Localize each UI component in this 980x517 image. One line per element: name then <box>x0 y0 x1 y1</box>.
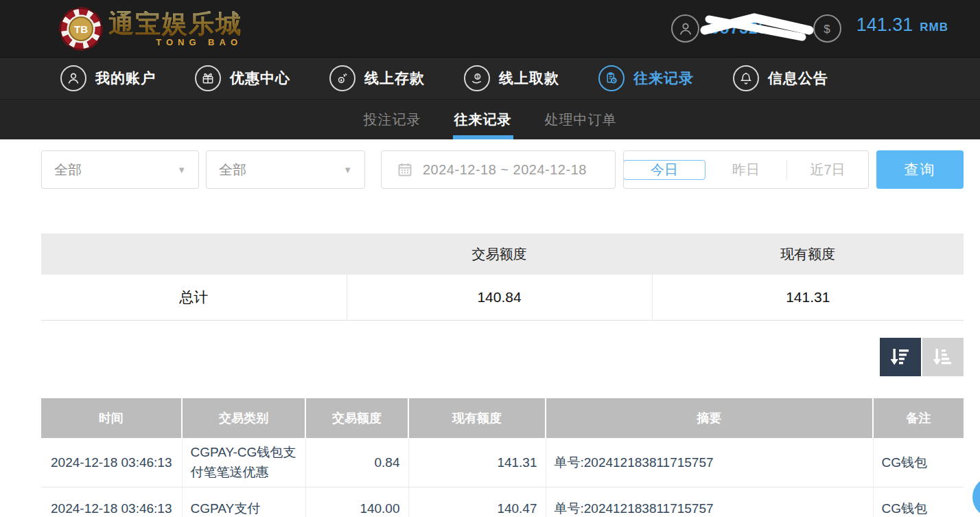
sort-descending-button[interactable] <box>880 338 921 376</box>
cell-current-balance: 140.47 <box>408 487 546 517</box>
tab-processing-orders[interactable]: 处理中订单 <box>528 100 633 139</box>
date-range-picker[interactable]: 2024-12-18 ~ 2024-12-18 <box>381 150 616 189</box>
summary-current-balance: 141.31 <box>652 275 964 320</box>
svg-text:TB: TB <box>74 23 88 35</box>
summary-table: 交易额度 现有额度 总计 140.84 141.31 <box>41 233 964 321</box>
yesterday-button[interactable]: 昨日 <box>705 161 787 179</box>
user-icon <box>671 14 699 43</box>
quick-date-button-group: 今日 昨日 近7日 <box>623 150 869 189</box>
dollar-coin-icon: $ <box>813 14 841 43</box>
col-header-remark: 备注 <box>873 398 964 438</box>
nav-item-announcements[interactable]: 信息公告 <box>733 65 828 91</box>
cell-summary: 单号:202412183811715757 <box>546 438 873 487</box>
cell-remark: CG钱包 <box>873 438 964 487</box>
sort-descending-icon <box>889 345 912 369</box>
col-header-time: 时间 <box>41 398 182 438</box>
cell-current-balance: 141.31 <box>408 438 546 487</box>
poker-chip-logo-icon: TB <box>59 7 103 51</box>
top-right-area: bo7325 $ 141.31 RMB <box>671 14 948 43</box>
summary-transaction-amount: 140.84 <box>347 275 652 320</box>
summary-header-empty <box>41 233 347 275</box>
nav-item-withdraw[interactable]: $ 线上取款 <box>464 65 559 91</box>
svg-text:$: $ <box>824 23 830 36</box>
nav-item-my-account[interactable]: 我的账户 <box>60 65 156 91</box>
gift-icon <box>195 65 221 91</box>
main-nav: 我的账户 优惠中心 线上存款 <box>0 57 980 100</box>
balance-currency: RMB <box>920 21 948 34</box>
caret-down-icon: ▼ <box>343 165 352 175</box>
cell-time: 2024-12-18 03:46:13 <box>41 438 182 487</box>
caret-down-icon: ▼ <box>177 165 186 175</box>
svg-text:$: $ <box>476 74 479 79</box>
cell-summary: 单号:202412183811715757 <box>546 487 873 517</box>
withdraw-hand-coin-icon: $ <box>464 65 490 91</box>
nav-item-promotions[interactable]: 优惠中心 <box>195 65 290 91</box>
summary-header-current-balance: 现有额度 <box>652 233 964 275</box>
balance[interactable]: $ 141.31 RMB <box>813 14 948 43</box>
site-logo[interactable]: TB 通宝娱乐城 TONG BAO <box>59 7 242 51</box>
summary-total-label: 总计 <box>41 275 347 320</box>
last-7-days-button[interactable]: 近7日 <box>787 161 868 179</box>
category-select-dropdown[interactable]: 全部 ▼ <box>206 150 365 189</box>
site-title: 通宝娱乐城 <box>108 11 242 36</box>
cell-time: 2024-12-18 03:46:13 <box>41 487 182 517</box>
top-bar: TB 通宝娱乐城 TONG BAO bo7325 <box>0 0 980 57</box>
col-header-transaction-amount: 交易额度 <box>305 398 408 438</box>
sort-ascending-button[interactable] <box>922 338 964 376</box>
cell-transaction-amount: 140.00 <box>305 487 408 517</box>
records-table: 时间 交易类别 交易额度 现有额度 摘要 备注 2024-12-18 03:46… <box>41 398 964 517</box>
nav-item-records[interactable]: 往来记录 <box>598 65 694 91</box>
customer-service-floating-button[interactable] <box>972 476 980 517</box>
calendar-icon <box>397 161 413 178</box>
account-user-icon <box>60 65 86 91</box>
col-header-summary: 摘要 <box>546 398 873 438</box>
col-header-transaction-type: 交易类别 <box>182 398 305 438</box>
user-account[interactable]: bo7325 <box>671 14 767 43</box>
tab-transaction-records[interactable]: 往来记录 <box>438 100 528 139</box>
summary-total-row: 总计 140.84 141.31 <box>41 275 964 320</box>
summary-header-row: 交易额度 现有额度 <box>41 233 964 275</box>
today-button[interactable]: 今日 <box>623 160 705 180</box>
search-button[interactable]: 查询 <box>876 150 964 189</box>
table-row: 2024-12-18 03:46:13 CGPAY-CG钱包支付笔笔送优惠 0.… <box>41 438 964 487</box>
cell-remark: CG钱包 <box>873 487 964 517</box>
balance-amount: 141.31 <box>856 14 913 36</box>
nav-item-deposit[interactable]: 线上存款 <box>329 65 425 91</box>
cell-transaction-type: CGPAY支付 <box>182 487 305 517</box>
records-header-row: 时间 交易类别 交易额度 现有额度 摘要 备注 <box>41 398 964 438</box>
site-subtitle: TONG BAO <box>108 38 242 47</box>
transaction-records-page: TB 通宝娱乐城 TONG BAO bo7325 <box>0 0 980 517</box>
record-subtabs: 投注记录 往来记录 处理中订单 <box>0 100 980 139</box>
cell-transaction-type: CGPAY-CG钱包支付笔笔送优惠 <box>182 438 305 487</box>
type-select-dropdown[interactable]: 全部 ▼ <box>41 150 199 189</box>
summary-header-transaction-amount: 交易额度 <box>347 233 652 275</box>
deposit-hand-coin-icon <box>329 65 355 91</box>
date-range-value: 2024-12-18 ~ 2024-12-18 <box>423 162 587 178</box>
col-header-current-balance: 现有额度 <box>408 398 546 438</box>
bell-icon <box>733 65 759 91</box>
cell-transaction-amount: 0.84 <box>305 438 408 487</box>
sort-ascending-icon <box>931 345 955 369</box>
records-clipboard-clock-icon <box>598 65 625 91</box>
tab-betting-records[interactable]: 投注记录 <box>347 100 438 139</box>
username: bo7325 <box>709 19 767 37</box>
table-row: 2024-12-18 03:46:13 CGPAY支付 140.00 140.4… <box>41 487 964 517</box>
